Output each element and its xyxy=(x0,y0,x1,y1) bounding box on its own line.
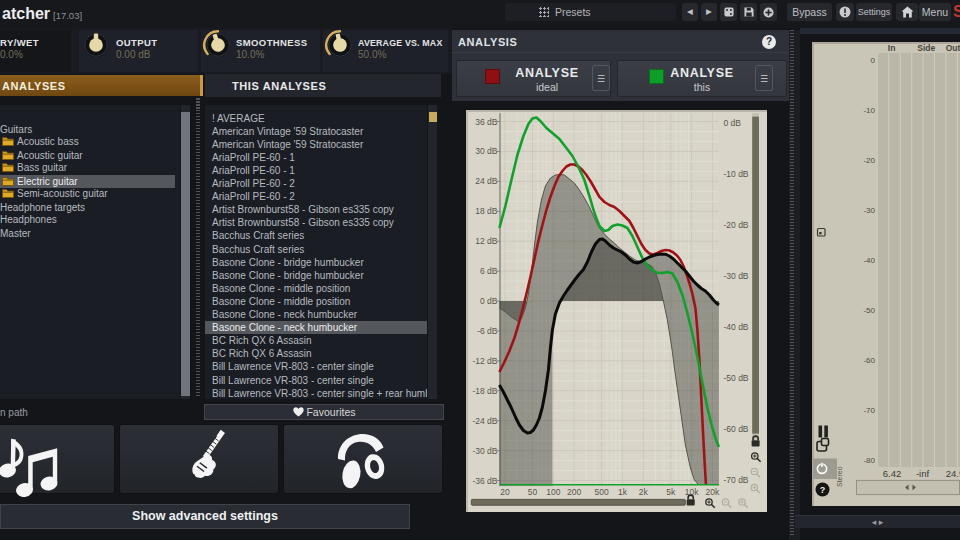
svg-text:-24 dB: -24 dB xyxy=(472,416,497,426)
svg-text:-12 dB: -12 dB xyxy=(472,356,497,366)
svg-text:-20: -20 xyxy=(863,156,875,165)
svg-text:50: 50 xyxy=(528,487,538,497)
svg-text:Out: Out xyxy=(946,43,960,53)
svg-text:20k: 20k xyxy=(706,487,720,497)
svg-text:5k: 5k xyxy=(666,487,676,497)
svg-text:200: 200 xyxy=(567,487,581,497)
svg-text:-40: -40 xyxy=(863,256,875,265)
svg-text:-30 dB: -30 dB xyxy=(472,446,497,456)
svg-text:6 dB: 6 dB xyxy=(480,266,498,276)
svg-text:-6 dB: -6 dB xyxy=(477,326,498,336)
svg-text:1k: 1k xyxy=(618,487,628,497)
svg-text:36 dB: 36 dB xyxy=(475,117,498,127)
svg-text:24.9: 24.9 xyxy=(946,468,960,479)
svg-text:100: 100 xyxy=(546,487,560,497)
svg-text:Stereo: Stereo xyxy=(836,466,843,487)
svg-text:2k: 2k xyxy=(639,487,649,497)
svg-text:-30 dB: -30 dB xyxy=(724,271,749,281)
svg-text:20: 20 xyxy=(500,487,510,497)
svg-text:-50: -50 xyxy=(863,306,875,315)
svg-text:-50 dB: -50 dB xyxy=(724,373,749,383)
svg-text:-18 dB: -18 dB xyxy=(472,386,497,396)
svg-text:-30: -30 xyxy=(863,206,875,215)
svg-text:-70: -70 xyxy=(863,406,875,415)
svg-text:?: ? xyxy=(820,485,826,495)
svg-text:-60 dB: -60 dB xyxy=(724,424,749,434)
svg-text:-20 dB: -20 dB xyxy=(724,220,749,230)
svg-text:-80: -80 xyxy=(863,456,875,465)
svg-text:-10: -10 xyxy=(863,106,875,115)
svg-text:Side: Side xyxy=(917,43,935,53)
svg-text:-inf: -inf xyxy=(916,468,930,479)
svg-text:0 dB: 0 dB xyxy=(724,118,742,128)
svg-text:-10 dB: -10 dB xyxy=(724,169,749,179)
svg-text:24 dB: 24 dB xyxy=(475,176,498,186)
svg-text:6.42: 6.42 xyxy=(883,468,902,479)
svg-text:500: 500 xyxy=(595,487,609,497)
svg-text:-36 dB: -36 dB xyxy=(472,476,497,486)
svg-text:0: 0 xyxy=(871,56,876,65)
svg-text:In: In xyxy=(888,43,896,53)
svg-text:30 dB: 30 dB xyxy=(475,146,498,156)
svg-text:-70 dB: -70 dB xyxy=(724,475,749,485)
svg-text:-60: -60 xyxy=(863,356,875,365)
svg-text:18 dB: 18 dB xyxy=(475,206,498,216)
svg-text:0 dB: 0 dB xyxy=(480,296,498,306)
svg-text:-40 dB: -40 dB xyxy=(724,322,749,332)
svg-text:12 dB: 12 dB xyxy=(475,236,498,246)
